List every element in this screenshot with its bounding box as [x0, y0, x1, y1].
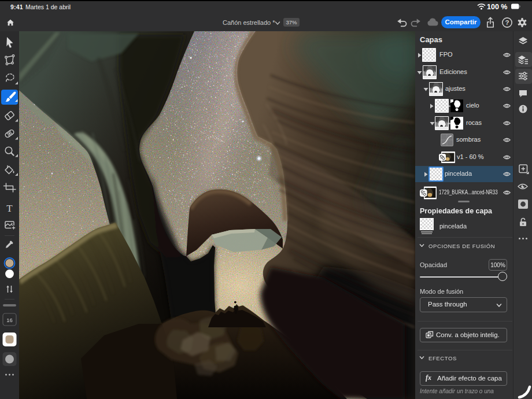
- svg-text:16: 16: [6, 317, 13, 323]
- svg-text:T: T: [6, 203, 13, 214]
- svg-text:100 %: 100 %: [487, 3, 507, 10]
- svg-text:?: ?: [505, 19, 509, 26]
